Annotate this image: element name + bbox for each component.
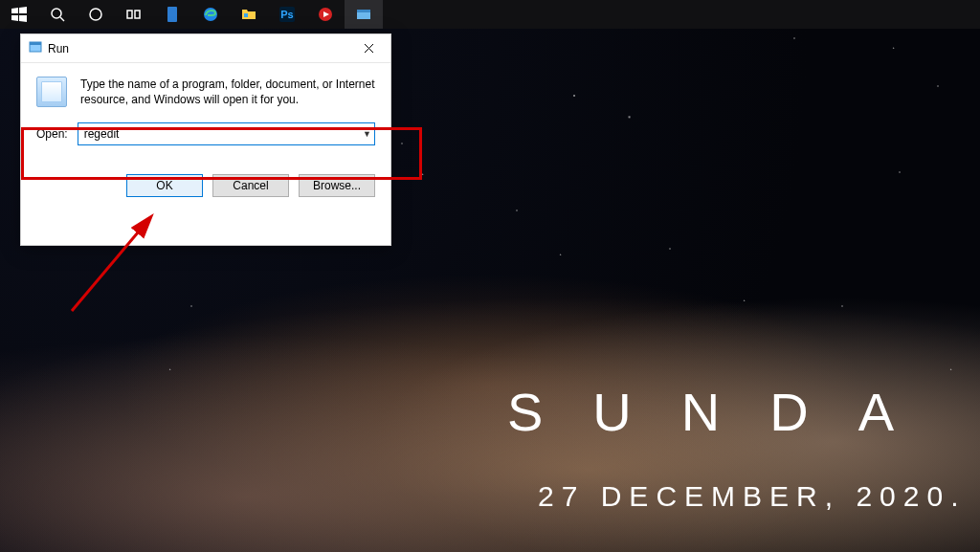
cancel-button[interactable]: Cancel bbox=[212, 174, 289, 197]
wallpaper-day-text: SUNDA bbox=[507, 381, 944, 443]
run-body: Type the name of a program, folder, docu… bbox=[21, 63, 390, 107]
svg-rect-6 bbox=[244, 13, 248, 17]
window-icon bbox=[356, 7, 371, 22]
svg-rect-10 bbox=[357, 10, 370, 12]
search-icon bbox=[50, 7, 65, 22]
edge-app[interactable] bbox=[191, 0, 230, 29]
close-icon bbox=[364, 43, 374, 54]
media-icon bbox=[318, 7, 333, 22]
taskview-icon bbox=[126, 7, 142, 22]
cortana-icon bbox=[88, 7, 103, 22]
run-description: Type the name of a program, folder, docu… bbox=[80, 77, 375, 107]
windows-icon bbox=[11, 7, 27, 22]
search-button[interactable] bbox=[38, 0, 77, 29]
svg-point-2 bbox=[90, 9, 101, 20]
run-button-row: OK Cancel Browse... bbox=[21, 145, 390, 210]
ok-button[interactable]: OK bbox=[126, 174, 203, 197]
edge-icon bbox=[203, 7, 218, 22]
start-button[interactable] bbox=[0, 0, 38, 29]
file-explorer-app[interactable] bbox=[230, 0, 268, 29]
taskbar: Ps bbox=[0, 0, 980, 29]
cortana-button[interactable] bbox=[77, 0, 115, 29]
run-title: Run bbox=[48, 42, 347, 55]
browse-button[interactable]: Browse... bbox=[299, 174, 375, 197]
open-combobox[interactable]: ▼ bbox=[78, 122, 375, 145]
svg-point-0 bbox=[52, 9, 61, 18]
svg-line-1 bbox=[60, 17, 64, 21]
chevron-down-icon[interactable]: ▼ bbox=[363, 129, 371, 139]
link-icon bbox=[167, 7, 177, 22]
taskview-button[interactable] bbox=[115, 0, 153, 29]
svg-rect-3 bbox=[127, 11, 132, 18]
folder-icon bbox=[241, 7, 256, 22]
run-dialog: Run Type the name of a program, folder, … bbox=[20, 33, 391, 246]
explorer-window[interactable] bbox=[345, 0, 383, 29]
svg-rect-4 bbox=[135, 11, 140, 18]
close-button[interactable] bbox=[347, 34, 390, 63]
run-title-icon bbox=[29, 40, 42, 56]
tasklink-button[interactable] bbox=[153, 0, 191, 29]
open-input[interactable] bbox=[78, 122, 375, 145]
photoshop-app[interactable]: Ps bbox=[268, 0, 306, 29]
run-icon bbox=[36, 77, 67, 107]
media-app[interactable] bbox=[306, 0, 345, 29]
run-open-row: Open: ▼ bbox=[21, 122, 390, 145]
wallpaper-date-text: 27 DECEMBER, 2020. bbox=[538, 480, 966, 513]
svg-rect-12 bbox=[30, 42, 41, 45]
ps-icon: Ps bbox=[279, 7, 295, 22]
run-titlebar[interactable]: Run bbox=[21, 34, 390, 63]
open-label: Open: bbox=[36, 127, 68, 141]
